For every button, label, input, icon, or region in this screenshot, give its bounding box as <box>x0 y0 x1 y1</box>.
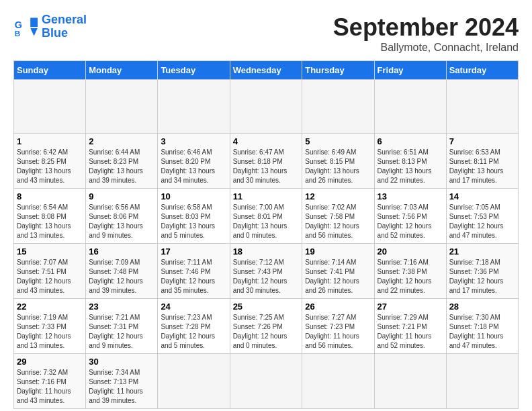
calendar-cell <box>158 354 230 409</box>
day-number: 20 <box>378 246 443 257</box>
day-info: Sunrise: 6:47 AMSunset: 8:18 PMDaylight:… <box>233 148 287 184</box>
calendar-cell: 1 Sunrise: 6:42 AMSunset: 8:25 PMDayligh… <box>14 134 86 189</box>
calendar-cell: 27 Sunrise: 7:29 AMSunset: 7:21 PMDaylig… <box>374 299 446 354</box>
day-info: Sunrise: 7:30 AMSunset: 7:18 PMDaylight:… <box>449 314 504 349</box>
day-number: 26 <box>305 302 371 312</box>
day-info: Sunrise: 7:09 AMSunset: 7:48 PMDaylight:… <box>89 259 143 294</box>
day-info: Sunrise: 7:05 AMSunset: 7:53 PMDaylight:… <box>449 203 504 239</box>
day-number: 15 <box>17 246 83 257</box>
day-number: 30 <box>89 357 154 367</box>
day-info: Sunrise: 7:00 AMSunset: 8:01 PMDaylight:… <box>233 203 287 239</box>
day-info: Sunrise: 7:18 AMSunset: 7:36 PMDaylight:… <box>449 259 504 294</box>
day-number: 19 <box>305 246 371 257</box>
day-info: Sunrise: 7:02 AMSunset: 7:58 PMDaylight:… <box>305 203 359 239</box>
day-info: Sunrise: 7:23 AMSunset: 7:28 PMDaylight:… <box>161 314 215 349</box>
day-info: Sunrise: 7:19 AMSunset: 7:33 PMDaylight:… <box>17 314 71 349</box>
day-info: Sunrise: 6:54 AMSunset: 8:08 PMDaylight:… <box>17 203 71 239</box>
day-number: 24 <box>161 302 226 312</box>
page-header: G B General Blue September 2024 Ballymot… <box>13 13 519 54</box>
day-number: 10 <box>161 191 226 201</box>
calendar-cell: 30 Sunrise: 7:34 AMSunset: 7:13 PMDaylig… <box>86 354 158 409</box>
col-header-saturday: Saturday <box>446 61 518 80</box>
calendar-cell: 14 Sunrise: 7:05 AMSunset: 7:53 PMDaylig… <box>446 189 518 244</box>
day-number: 2 <box>89 136 154 146</box>
calendar-cell: 9 Sunrise: 6:56 AMSunset: 8:06 PMDayligh… <box>86 189 158 244</box>
calendar-cell <box>158 80 230 134</box>
day-info: Sunrise: 6:53 AMSunset: 8:11 PMDaylight:… <box>449 148 504 184</box>
day-info: Sunrise: 7:11 AMSunset: 7:46 PMDaylight:… <box>161 259 215 294</box>
location-subtitle: Ballymote, Connacht, Ireland <box>333 42 519 54</box>
day-info: Sunrise: 7:32 AMSunset: 7:16 PMDaylight:… <box>17 369 71 404</box>
day-info: Sunrise: 6:49 AMSunset: 8:15 PMDaylight:… <box>305 148 359 184</box>
calendar-cell: 28 Sunrise: 7:30 AMSunset: 7:18 PMDaylig… <box>446 299 518 354</box>
title-block: September 2024 Ballymote, Connacht, Irel… <box>333 13 519 54</box>
day-number: 25 <box>233 302 300 312</box>
calendar-cell: 15 Sunrise: 7:07 AMSunset: 7:51 PMDaylig… <box>14 244 86 299</box>
day-info: Sunrise: 7:21 AMSunset: 7:31 PMDaylight:… <box>89 314 143 349</box>
day-number: 5 <box>305 136 371 146</box>
day-number: 9 <box>89 191 154 201</box>
calendar-cell: 29 Sunrise: 7:32 AMSunset: 7:16 PMDaylig… <box>14 354 86 409</box>
day-number: 18 <box>233 246 300 257</box>
day-info: Sunrise: 7:14 AMSunset: 7:41 PMDaylight:… <box>305 259 359 294</box>
day-info: Sunrise: 7:16 AMSunset: 7:38 PMDaylight:… <box>378 259 432 294</box>
calendar-cell: 16 Sunrise: 7:09 AMSunset: 7:48 PMDaylig… <box>86 244 158 299</box>
calendar-cell <box>86 80 158 134</box>
calendar-cell: 18 Sunrise: 7:12 AMSunset: 7:43 PMDaylig… <box>230 244 302 299</box>
day-info: Sunrise: 6:56 AMSunset: 8:06 PMDaylight:… <box>89 203 143 239</box>
calendar-cell <box>230 80 302 134</box>
calendar-cell: 3 Sunrise: 6:46 AMSunset: 8:20 PMDayligh… <box>158 134 230 189</box>
day-info: Sunrise: 7:34 AMSunset: 7:13 PMDaylight:… <box>89 369 143 404</box>
calendar-cell: 24 Sunrise: 7:23 AMSunset: 7:28 PMDaylig… <box>158 299 230 354</box>
calendar-cell: 20 Sunrise: 7:16 AMSunset: 7:38 PMDaylig… <box>374 244 446 299</box>
logo-line1: General <box>42 13 87 26</box>
calendar-cell <box>230 354 302 409</box>
calendar-cell: 2 Sunrise: 6:44 AMSunset: 8:23 PMDayligh… <box>86 134 158 189</box>
calendar-cell: 4 Sunrise: 6:47 AMSunset: 8:18 PMDayligh… <box>230 134 302 189</box>
col-header-tuesday: Tuesday <box>158 61 230 80</box>
col-header-sunday: Sunday <box>14 61 86 80</box>
calendar-cell: 5 Sunrise: 6:49 AMSunset: 8:15 PMDayligh… <box>302 134 374 189</box>
day-number: 12 <box>305 191 371 201</box>
calendar-cell <box>374 354 446 409</box>
day-info: Sunrise: 7:27 AMSunset: 7:23 PMDaylight:… <box>305 314 359 349</box>
calendar-cell: 26 Sunrise: 7:27 AMSunset: 7:23 PMDaylig… <box>302 299 374 354</box>
col-header-monday: Monday <box>86 61 158 80</box>
calendar-cell <box>14 80 86 134</box>
calendar-cell <box>374 80 446 134</box>
calendar-cell: 8 Sunrise: 6:54 AMSunset: 8:08 PMDayligh… <box>14 189 86 244</box>
calendar-cell <box>302 80 374 134</box>
day-info: Sunrise: 7:12 AMSunset: 7:43 PMDaylight:… <box>233 259 287 294</box>
logo-line2: Blue <box>42 26 68 40</box>
calendar-cell: 19 Sunrise: 7:14 AMSunset: 7:41 PMDaylig… <box>302 244 374 299</box>
calendar-cell: 17 Sunrise: 7:11 AMSunset: 7:46 PMDaylig… <box>158 244 230 299</box>
svg-text:G: G <box>15 19 22 30</box>
calendar-cell: 6 Sunrise: 6:51 AMSunset: 8:13 PMDayligh… <box>374 134 446 189</box>
day-number: 17 <box>161 246 226 257</box>
calendar-cell: 21 Sunrise: 7:18 AMSunset: 7:36 PMDaylig… <box>446 244 518 299</box>
svg-marker-3 <box>30 28 38 36</box>
day-number: 1 <box>17 136 83 146</box>
day-number: 22 <box>17 302 83 312</box>
col-header-friday: Friday <box>374 61 446 80</box>
day-number: 27 <box>378 302 443 312</box>
day-number: 16 <box>89 246 154 257</box>
day-info: Sunrise: 6:44 AMSunset: 8:23 PMDaylight:… <box>89 148 143 184</box>
calendar-cell: 13 Sunrise: 7:03 AMSunset: 7:56 PMDaylig… <box>374 189 446 244</box>
day-info: Sunrise: 6:51 AMSunset: 8:13 PMDaylight:… <box>378 148 432 184</box>
day-info: Sunrise: 6:42 AMSunset: 8:25 PMDaylight:… <box>17 148 71 184</box>
day-info: Sunrise: 7:03 AMSunset: 7:56 PMDaylight:… <box>378 203 432 239</box>
day-info: Sunrise: 7:25 AMSunset: 7:26 PMDaylight:… <box>233 314 287 349</box>
logo-text: General Blue <box>42 13 87 40</box>
day-number: 3 <box>161 136 226 146</box>
svg-marker-2 <box>30 17 38 27</box>
col-header-wednesday: Wednesday <box>230 61 302 80</box>
calendar-cell: 11 Sunrise: 7:00 AMSunset: 8:01 PMDaylig… <box>230 189 302 244</box>
calendar-cell: 10 Sunrise: 6:58 AMSunset: 8:03 PMDaylig… <box>158 189 230 244</box>
day-number: 6 <box>378 136 443 146</box>
day-number: 8 <box>17 191 83 201</box>
month-title: September 2024 <box>333 13 519 42</box>
day-number: 23 <box>89 302 154 312</box>
calendar-cell: 22 Sunrise: 7:19 AMSunset: 7:33 PMDaylig… <box>14 299 86 354</box>
calendar-cell: 25 Sunrise: 7:25 AMSunset: 7:26 PMDaylig… <box>230 299 302 354</box>
